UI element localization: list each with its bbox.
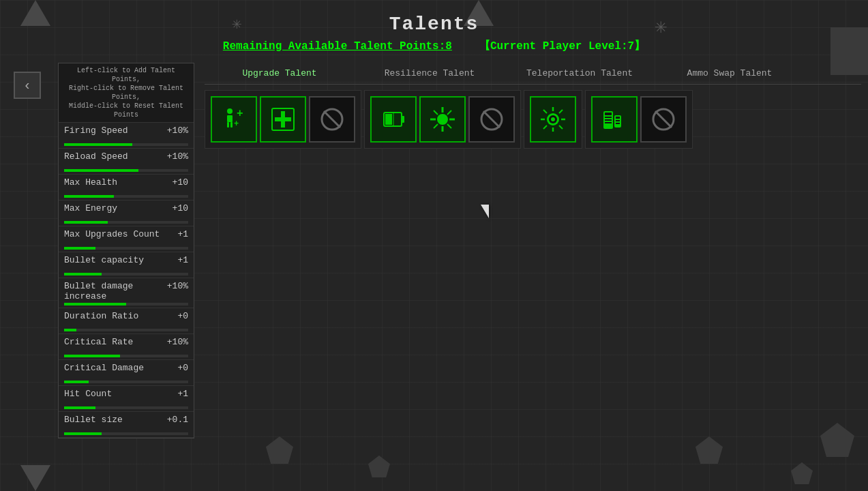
stat-name-4: Max Upgrades Count — [64, 229, 160, 239]
svg-rect-39 — [605, 117, 612, 118]
stat-bar-container-1 — [64, 169, 188, 172]
svg-point-0 — [227, 108, 233, 114]
resilience-card-cancel[interactable] — [468, 96, 515, 143]
svg-rect-1 — [227, 115, 233, 122]
resilience-card-explosion[interactable] — [419, 96, 466, 143]
ammo-card-cancel[interactable] — [640, 96, 687, 143]
stat-value-8: +10% — [167, 337, 188, 347]
stat-bar-7 — [64, 329, 76, 331]
tab-ammo-swap-talent[interactable]: Ammo Swap Talent — [655, 63, 805, 84]
stat-value-11: +0.1 — [167, 415, 188, 425]
stat-value-9: +0 — [177, 363, 188, 373]
svg-text:+: + — [237, 108, 243, 120]
stat-bar-container-5 — [64, 273, 188, 276]
talent-tabs: Upgrade Talent Resilience Talent Telepor… — [205, 63, 861, 85]
sidebar: Left-click to Add Talent Points, Right-c… — [58, 63, 194, 438]
stats-list: Firing Speed +10% Reload Speed +10% Max … — [59, 123, 194, 438]
svg-line-34 — [559, 125, 563, 129]
stat-name-0: Firing Speed — [64, 125, 128, 136]
svg-line-47 — [655, 111, 672, 128]
stat-bar-6 — [64, 303, 126, 306]
talent-panels-row: + + — [205, 90, 861, 149]
teleportation-talent-panel — [524, 90, 582, 149]
svg-rect-2 — [227, 122, 229, 128]
svg-line-23 — [434, 124, 438, 128]
stat-bar-container-7 — [64, 329, 188, 331]
sidebar-hint: Left-click to Add Talent Points, Right-c… — [59, 63, 194, 123]
stat-bar-container-3 — [64, 221, 188, 224]
stat-name-8: Critical Rate — [64, 337, 133, 347]
stat-name-7: Duration Ratio — [64, 311, 138, 321]
stat-row-5[interactable]: Bullet capacity +1 — [59, 252, 194, 278]
hint-line1: Left-click to Add Talent Points, — [77, 67, 175, 83]
stat-row-9[interactable]: Critical Damage +0 — [59, 360, 194, 386]
svg-point-15 — [437, 114, 448, 125]
stat-row-6[interactable]: Bullet damage increase +10% — [59, 278, 194, 308]
stat-row-3[interactable]: Max Energy +10 — [59, 200, 194, 226]
svg-line-21 — [447, 124, 451, 128]
teleportation-card-main[interactable] — [530, 96, 576, 143]
ammo-swap-talent-panel — [585, 90, 693, 149]
svg-line-33 — [543, 110, 547, 113]
stat-name-5: Bullet capacity — [64, 255, 144, 265]
stat-name-3: Max Energy — [64, 203, 117, 213]
svg-line-22 — [447, 110, 451, 115]
upgrade-card-upgrade[interactable] — [260, 96, 306, 143]
stat-value-0: +10% — [167, 125, 188, 136]
stat-bar-10 — [64, 406, 95, 409]
stat-row-0[interactable]: Firing Speed +10% — [59, 123, 194, 149]
upgrade-talent-panel: + + — [205, 90, 361, 149]
stat-row-11[interactable]: Bullet size +0.1 — [59, 412, 194, 438]
stat-row-1[interactable]: Reload Speed +10% — [59, 149, 194, 175]
stat-bar-container-8 — [64, 355, 188, 357]
svg-line-36 — [543, 125, 547, 129]
tab-resilience-talent[interactable]: Resilience Talent — [355, 63, 505, 84]
svg-rect-13 — [385, 114, 392, 125]
ammo-card-main[interactable] — [591, 96, 638, 143]
tab-teleportation-talent[interactable]: Teleportation Talent — [505, 63, 655, 84]
stat-value-6: +10% — [167, 281, 188, 301]
stat-bar-0 — [64, 143, 132, 146]
stat-bar-4 — [64, 247, 95, 250]
stat-bar-container-6 — [64, 303, 188, 306]
stat-value-2: +10 — [173, 177, 188, 188]
stat-bar-container-4 — [64, 247, 188, 250]
stat-name-2: Max Health — [64, 177, 117, 188]
svg-rect-3 — [230, 122, 233, 128]
stat-name-10: Hit Count — [64, 389, 112, 399]
tab-upgrade-talent[interactable]: Upgrade Talent — [205, 63, 355, 84]
hint-line3: Middle-click to Reset Talent Points — [69, 102, 183, 119]
stat-row-2[interactable]: Max Health +10 — [59, 175, 194, 200]
stat-value-1: +10% — [167, 151, 188, 162]
stat-bar-container-11 — [64, 432, 188, 435]
stat-row-7[interactable]: Duration Ratio +0 — [59, 308, 194, 334]
remaining-points: Remaining Available Talent Points:8 — [223, 40, 452, 53]
svg-rect-45 — [616, 123, 620, 124]
svg-line-10 — [324, 111, 340, 128]
upgrade-card-cancel[interactable] — [309, 96, 355, 143]
stat-value-4: +1 — [177, 229, 188, 239]
stat-row-8[interactable]: Critical Rate +10% — [59, 334, 194, 360]
stat-bar-container-0 — [64, 143, 188, 146]
stat-bar-container-2 — [64, 195, 188, 198]
back-button[interactable]: ‹ — [14, 72, 41, 99]
svg-line-25 — [483, 111, 500, 128]
page-title: Talents — [0, 14, 868, 35]
svg-rect-12 — [402, 116, 404, 123]
stat-bar-9 — [64, 381, 89, 383]
main-container: Talents Remaining Available Talent Point… — [0, 0, 868, 491]
stat-bar-container-10 — [64, 406, 188, 409]
upgrade-card-heal[interactable]: + + — [211, 96, 257, 143]
resilience-card-energy[interactable] — [370, 96, 417, 143]
stat-name-11: Bullet size — [64, 415, 123, 425]
stat-bar-11 — [64, 432, 102, 435]
stat-row-10[interactable]: Hit Count +1 — [59, 386, 194, 412]
stat-value-5: +1 — [177, 255, 188, 265]
stat-name-9: Critical Damage — [64, 363, 144, 373]
stat-row-4[interactable]: Max Upgrades Count +1 — [59, 226, 194, 252]
stat-bar-3 — [64, 221, 108, 224]
talent-area: Upgrade Talent Resilience Talent Telepor… — [205, 63, 861, 484]
stat-bar-2 — [64, 195, 114, 198]
svg-rect-38 — [605, 113, 612, 115]
svg-point-28 — [551, 117, 555, 121]
